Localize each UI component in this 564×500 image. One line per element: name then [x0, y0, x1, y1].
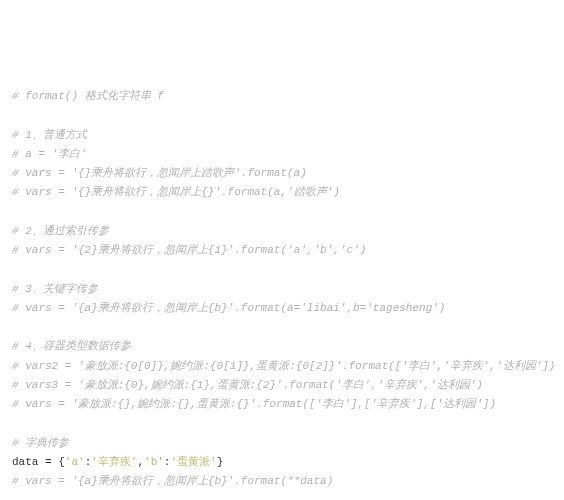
comment: # a = '李白' [12, 148, 87, 160]
code-line: # 1、普通方式 [12, 126, 552, 145]
code-line: # format() 格式化字符串 f [12, 87, 552, 106]
comment: # vars = '{2}乘舟将欲行，忽闻岸上{1}'.format('a','… [12, 244, 366, 256]
code-line: # 字典传参 [12, 434, 552, 453]
comment: # 4、容器类型数据传参 [12, 340, 131, 352]
code-line [12, 260, 552, 279]
code-line: # 2、通过索引传参 [12, 222, 552, 241]
comment: # vars3 = '豪放派:{0},婉约派:{1},蛋黄派:{2}'.form… [12, 379, 483, 391]
code-line [12, 414, 552, 433]
token-str: 'a' [65, 456, 85, 468]
code-line: # vars = '{a}乘舟将欲行，忽闻岸上{b}'.format(a='li… [12, 299, 552, 318]
comment: # vars = '豪放派:{},婉约派:{},蛋黄派:{}'.format([… [12, 398, 496, 410]
comment: # vars = '{}乘舟将欲行，忽闻岸上{}'.format(a,'踏歌声'… [12, 186, 340, 198]
comment: # format() 格式化字符串 f [12, 90, 164, 102]
token-id: data = { [12, 456, 65, 468]
comment: # 字典传参 [12, 437, 69, 449]
code-line [12, 491, 552, 500]
code-line: # vars = '豪放派:{},婉约派:{},蛋黄派:{}'.format([… [12, 395, 552, 414]
code-line: # a = '李白' [12, 145, 552, 164]
comment: # vars = '{a}乘舟将欲行，忽闻岸上{b}'.format(**dat… [12, 475, 333, 487]
code-line [12, 318, 552, 337]
token-str: '辛弃疾' [91, 456, 137, 468]
code-line: # vars = '{}乘舟将欲行，忽闻岸上踏歌声'.format(a) [12, 164, 552, 183]
comment: # vars = '{a}乘舟将欲行，忽闻岸上{b}'.format(a='li… [12, 302, 445, 314]
comment: # vars = '{}乘舟将欲行，忽闻岸上踏歌声'.format(a) [12, 167, 307, 179]
comment: # 3、关键字传参 [12, 283, 98, 295]
code-line: data = {'a':'辛弃疾','b':'蛋黄派'} [12, 453, 552, 472]
token-str: 'b' [144, 456, 164, 468]
code-line [12, 106, 552, 125]
comment: # vars2 = '豪放派:{0[0]},婉约派:{0[1]},蛋黄派:{0[… [12, 360, 555, 372]
code-line: # vars = '{a}乘舟将欲行，忽闻岸上{b}'.format(**dat… [12, 472, 552, 491]
code-line: # 3、关键字传参 [12, 280, 552, 299]
comment: # 2、通过索引传参 [12, 225, 109, 237]
token-str: '蛋黄派' [170, 456, 216, 468]
token-id: } [217, 456, 224, 468]
comment: # 1、普通方式 [12, 129, 87, 141]
code-line: # 4、容器类型数据传参 [12, 337, 552, 356]
code-line: # vars3 = '豪放派:{0},婉约派:{1},蛋黄派:{2}'.form… [12, 376, 552, 395]
code-line [12, 203, 552, 222]
code-block: # format() 格式化字符串 f # 1、普通方式# a = '李白'# … [12, 87, 552, 500]
code-line: # vars = '{2}乘舟将欲行，忽闻岸上{1}'.format('a','… [12, 241, 552, 260]
code-line: # vars = '{}乘舟将欲行，忽闻岸上{}'.format(a,'踏歌声'… [12, 183, 552, 202]
code-line: # vars2 = '豪放派:{0[0]},婉约派:{0[1]},蛋黄派:{0[… [12, 357, 552, 376]
